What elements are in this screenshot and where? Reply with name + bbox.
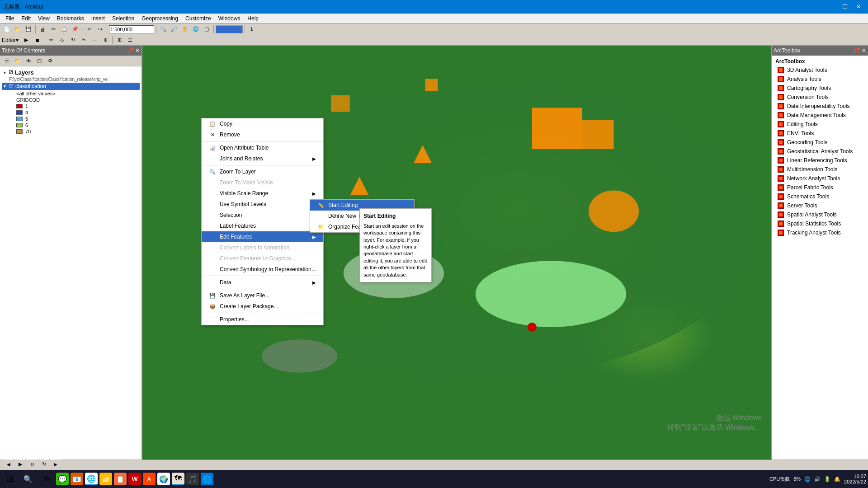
explorer-app-icon[interactable]: 📁 bbox=[99, 473, 112, 485]
editor-snap[interactable]: ⊞ bbox=[114, 35, 124, 45]
atb-spatial-analyst[interactable]: Spatial Analyst Tools bbox=[774, 210, 866, 219]
menu-customize[interactable]: Customize bbox=[182, 14, 215, 23]
play-btn[interactable]: ▶ bbox=[15, 460, 25, 469]
editor-play[interactable]: ▶ bbox=[21, 35, 31, 45]
menu-file[interactable]: File bbox=[2, 14, 18, 23]
atb-network-analyst[interactable]: Network Analyst Tools bbox=[774, 174, 866, 183]
toc-list-by-selection[interactable]: ▢ bbox=[34, 56, 44, 66]
tb-paste[interactable]: 📌 bbox=[70, 24, 80, 34]
ctx-visible-scale-range[interactable]: Visible Scale Range ▶ bbox=[202, 188, 323, 199]
scale-input[interactable] bbox=[109, 25, 154, 33]
toc-list-by-drawing-order[interactable]: ☰ bbox=[2, 56, 12, 66]
atb-linear-ref[interactable]: Linear Referencing Tools bbox=[774, 156, 866, 165]
menu-bookmarks[interactable]: Bookmarks bbox=[53, 14, 88, 23]
editor-stop[interactable]: ⏹ bbox=[32, 35, 42, 45]
ctx-selection[interactable]: Selection ▶ bbox=[202, 210, 323, 221]
tb-full-extent[interactable]: 🌐 bbox=[191, 24, 201, 34]
tb-zoom-out[interactable]: 🔎 bbox=[169, 24, 179, 34]
atb-geostatistical[interactable]: Geostatistical Analyst Tools bbox=[774, 147, 866, 156]
menu-geoprocessing[interactable]: Geoprocessing bbox=[138, 14, 182, 23]
battery-icon[interactable]: 🔋 bbox=[824, 476, 830, 482]
editor-pencil[interactable]: ✏ bbox=[46, 35, 56, 45]
volume-icon[interactable]: 🔊 bbox=[814, 476, 821, 482]
editor-cut[interactable]: ✂ bbox=[79, 35, 89, 45]
maximize-button[interactable]: ❐ bbox=[839, 2, 851, 11]
ctx-use-symbol-levels[interactable]: Use Symbol Levels bbox=[202, 199, 323, 210]
maps-app-icon[interactable]: 🌍 bbox=[157, 473, 170, 485]
atb-server[interactable]: Server Tools bbox=[774, 201, 866, 210]
tb-redo[interactable]: ↪ bbox=[95, 24, 105, 34]
atb-parcel-fabric[interactable]: Parcel Fabric Tools bbox=[774, 183, 866, 192]
tb-identify[interactable]: ℹ bbox=[247, 24, 257, 34]
menu-view[interactable]: View bbox=[34, 14, 53, 23]
minimize-button[interactable]: — bbox=[826, 2, 837, 11]
editor-task[interactable]: ☰ bbox=[125, 35, 135, 45]
search-button[interactable]: 🔍 bbox=[20, 471, 36, 487]
tb-new[interactable]: 📄 bbox=[2, 24, 12, 34]
menu-help[interactable]: Help bbox=[244, 14, 262, 23]
arcmap-app-icon[interactable]: 🗺 bbox=[172, 473, 184, 485]
tb-pan[interactable]: ✋ bbox=[180, 24, 190, 34]
chrome-app-icon[interactable]: 🌐 bbox=[85, 473, 98, 485]
map-area[interactable]: 📋 Copy ✕ Remove 📊 Open Attribute Table J… bbox=[142, 46, 771, 460]
task-view-button[interactable]: ⧉ bbox=[38, 471, 54, 487]
toc-list-by-visibility[interactable]: 👁 bbox=[24, 56, 33, 66]
close-button[interactable]: ✕ bbox=[853, 2, 864, 11]
tb-cut[interactable]: ✂ bbox=[48, 24, 58, 34]
atb-editing[interactable]: Editing Tools bbox=[774, 120, 866, 129]
atb-pin-button[interactable]: 📌 bbox=[853, 47, 860, 54]
ctx-zoom-layer[interactable]: 🔍 Zoom To Layer bbox=[202, 166, 323, 177]
tb-save[interactable]: 💾 bbox=[24, 24, 33, 34]
layers-checkbox[interactable]: ☑ bbox=[9, 70, 13, 75]
ctx-create-package[interactable]: 📦 Create Layer Package... bbox=[202, 301, 323, 312]
notepad-app-icon[interactable]: 📋 bbox=[114, 473, 127, 485]
menu-edit[interactable]: Edit bbox=[18, 14, 34, 23]
notification-icon[interactable]: 🔔 bbox=[834, 476, 840, 482]
refresh-btn[interactable]: ↻ bbox=[39, 460, 49, 469]
atb-data-management[interactable]: Data Management Tools bbox=[774, 111, 866, 120]
network-icon[interactable]: 🌐 bbox=[804, 476, 811, 482]
editor-rotate[interactable]: ↻ bbox=[68, 35, 78, 45]
atb-geocoding[interactable]: Geocoding Tools bbox=[774, 138, 866, 147]
tb-copy[interactable]: 📋 bbox=[59, 24, 69, 34]
toc-pin-button[interactable]: 📌 bbox=[127, 47, 134, 54]
start-button[interactable]: ⊞ bbox=[2, 471, 18, 487]
ctx-properties[interactable]: Properties... bbox=[202, 314, 323, 325]
atb-schematics[interactable]: Schematics Tools bbox=[774, 192, 866, 201]
editor-merge[interactable]: ⊕ bbox=[100, 35, 110, 45]
atb-envi[interactable]: ENVI Tools bbox=[774, 129, 866, 138]
atb-tracking-analyst[interactable]: Tracking Analyst Tools bbox=[774, 228, 866, 237]
ctx-save-as-layer[interactable]: 💾 Save As Layer File... bbox=[202, 290, 323, 301]
wps-app-icon[interactable]: A bbox=[143, 473, 156, 485]
mail-app-icon[interactable]: 📧 bbox=[71, 473, 83, 485]
atb-analysis[interactable]: Analysis Tools bbox=[774, 75, 866, 84]
tb-print[interactable]: 🖨 bbox=[38, 24, 47, 34]
atb-spatial-stats[interactable]: Spatial Statistics Tools bbox=[774, 219, 866, 228]
ctx-edit-features[interactable]: Edit Features ▶ bbox=[202, 231, 323, 242]
menu-insert[interactable]: Insert bbox=[88, 14, 108, 23]
editor-vertex[interactable]: ◇ bbox=[57, 35, 67, 45]
tb-open[interactable]: 📂 bbox=[13, 24, 23, 34]
toc-close-button[interactable]: ✕ bbox=[135, 47, 140, 54]
atb-cartography[interactable]: Cartography Tools bbox=[774, 84, 866, 93]
wps-word-icon[interactable]: W bbox=[128, 473, 141, 485]
music-app-icon[interactable]: 🎵 bbox=[186, 473, 199, 485]
clock[interactable]: 16:07 2022/5/22 bbox=[844, 474, 866, 484]
toc-options[interactable]: ⚙ bbox=[45, 56, 55, 66]
atb-close-button[interactable]: ✕ bbox=[862, 47, 866, 54]
atb-3d-analyst[interactable]: 3D Analyst Tools bbox=[774, 66, 866, 75]
classification-layer[interactable]: ▼ ☑ classification bbox=[2, 83, 140, 90]
atb-multidimension[interactable]: Multidimension Tools bbox=[774, 165, 866, 174]
layer-checkbox[interactable]: ☑ bbox=[9, 83, 14, 89]
browser-app-icon[interactable]: 🌐 bbox=[201, 473, 213, 485]
atb-conversion[interactable]: Conversion Tools bbox=[774, 93, 866, 102]
menu-windows[interactable]: Windows bbox=[215, 14, 244, 23]
toc-list-by-source[interactable]: 📂 bbox=[13, 56, 23, 66]
tb-select[interactable]: ▢ bbox=[202, 24, 212, 34]
pause-btn[interactable]: ⏸ bbox=[27, 460, 37, 469]
ctx-remove[interactable]: ✕ Remove bbox=[202, 129, 323, 140]
tb-zoom-in[interactable]: 🔍 bbox=[158, 24, 168, 34]
ctx-joins-relates[interactable]: Joins and Relates ▶ bbox=[202, 153, 323, 164]
ctx-convert-symbology[interactable]: Convert Symbology to Representation... bbox=[202, 264, 323, 275]
wechat-app-icon[interactable]: 💬 bbox=[56, 473, 69, 485]
